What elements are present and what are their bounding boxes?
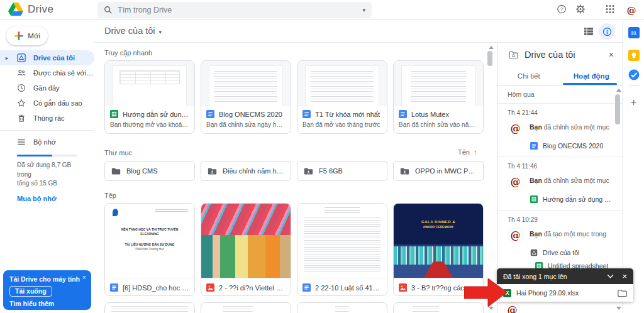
folder-item[interactable]: OPPO in MWC Photo	[393, 161, 484, 181]
activity-folder-link[interactable]: Drive của tôi	[530, 249, 613, 256]
uploaded-file-row[interactable]: X Hai Phong 29.09.xlsx	[497, 284, 633, 302]
activity-entry: Th 4 21:44 @ Bạn đã chỉnh sửa một mục Bl…	[497, 104, 623, 157]
breadcrumb-caret-icon: ▾	[159, 29, 162, 35]
locate-folder-icon[interactable]	[618, 289, 627, 297]
quick-access-card[interactable]: T1 Từ khóa mới nhất Bạn đã mở vào tháng …	[297, 60, 387, 134]
sidebar-item-recent[interactable]: Gần đây	[0, 80, 94, 96]
settings-gear-icon[interactable]	[576, 4, 586, 16]
file-name: Lotus Mutex	[411, 111, 449, 118]
quick-access-card[interactable]: Blog ONECMS 2020 Bạn đã chỉnh sửa ngày h…	[201, 60, 291, 134]
sidebar-item-label: Thùng rác	[33, 114, 65, 122]
file-item[interactable]	[297, 302, 387, 313]
shared-folder-icon	[304, 167, 313, 175]
details-info-icon[interactable]	[599, 23, 615, 40]
svg-text:?: ?	[560, 6, 564, 12]
apps-grid-icon[interactable]	[606, 5, 614, 16]
drive-icon	[17, 53, 26, 62]
panel-title: Drive của tôi	[525, 50, 602, 60]
panel-close-icon[interactable]: ×	[609, 50, 614, 60]
calendar-icon[interactable]: 31	[628, 27, 640, 38]
keep-icon[interactable]	[628, 50, 640, 63]
main-scrollbar-thumb[interactable]	[487, 51, 492, 66]
account-avatar[interactable]: @	[624, 3, 639, 18]
toast-close-icon[interactable]: ×	[622, 272, 627, 281]
promo-download-button[interactable]: Tải xuống	[9, 286, 52, 297]
folder-item[interactable]: F5 6GB	[297, 161, 387, 181]
storage-usage-text: Đã sử dụng 8,7 GB trong tổng số 15 GB	[17, 161, 86, 189]
file-item[interactable]: NỀN TẢNG HỌC VÀ THI TRỰC TUYẾN ELEARNING…	[104, 203, 195, 296]
file-subtitle: Bạn đã chỉnh sửa vào năm ngoái	[399, 121, 478, 128]
panel-scrollbar-thumb[interactable]	[615, 94, 620, 124]
list-view-icon[interactable]	[584, 26, 594, 38]
sidebar-divider	[0, 130, 94, 131]
activity-time: Th 4 11:46	[508, 163, 613, 170]
folder-name: Blog CMS	[126, 167, 158, 175]
annotation-arrow-icon	[464, 277, 508, 309]
activity-section-header: Hôm qua	[497, 85, 623, 104]
sort-by-name[interactable]: Tên ↑	[458, 148, 477, 156]
sort-up-icon: ↑	[474, 148, 477, 156]
drive-desktop-promo: Tải Drive cho máy tính × Tải xuống Tìm h…	[3, 270, 91, 310]
folder-item[interactable]: Blog CMS	[104, 161, 195, 181]
file-item[interactable]: 2 - ??i di?n Viettel nh?n gi?i ...	[201, 203, 291, 296]
tab-details[interactable]: Chi tiết	[497, 67, 560, 85]
image-file-icon	[206, 283, 214, 292]
main-scroll-up-icon[interactable]	[489, 46, 494, 49]
new-button-label: Mới	[28, 32, 40, 40]
sidebar-item-label: Được chia sẻ với tôi	[33, 69, 94, 77]
upload-toast: Đã tải xong 1 mục lên × X Hai Phong 29.0…	[497, 268, 633, 302]
file-subtitle: Bạn đã mở vào tháng trước	[303, 121, 382, 128]
topbar: Drive ▾ ?	[0, 0, 644, 20]
sidebar: Mới ▸ Drive của tôi Được chia sẻ với tôi	[0, 20, 94, 313]
activity-entry: Th 4 11:46 @ Bạn đã chỉnh sửa một mục Hư…	[497, 157, 623, 211]
sidebar-item-label: Gần đây	[33, 84, 60, 92]
docs-icon	[303, 110, 311, 118]
activity-time: Th 4 21:44	[508, 109, 613, 116]
quick-access-card[interactable]: Lotus Mutex Bạn đã chỉnh sửa vào năm ngo…	[393, 60, 484, 134]
sidebar-item-storage[interactable]: Bộ nhớ	[0, 135, 94, 150]
activity-file-link[interactable]: Hướng dẫn sử dụng Google T...	[530, 195, 613, 203]
quick-access-card[interactable]: Hướng dẫn sử dụng Google Tr... Bạn thườn…	[104, 60, 195, 134]
help-icon[interactable]: ?	[557, 4, 567, 16]
sheets-icon	[530, 195, 538, 203]
toast-collapse-icon[interactable]	[607, 274, 614, 278]
sidebar-item-my-drive[interactable]: ▸ Drive của tôi	[0, 50, 94, 65]
sidebar-item-starred[interactable]: Có gắn dấu sao	[0, 96, 94, 111]
tasks-icon[interactable]	[628, 69, 640, 82]
docs-icon	[110, 283, 118, 292]
expand-arrow-icon[interactable]: ▸	[6, 55, 8, 61]
tab-activity[interactable]: Hoạt động	[560, 67, 623, 85]
promo-close-icon[interactable]: ×	[82, 273, 86, 281]
buy-storage-link[interactable]: Mua bộ nhớ	[17, 195, 94, 202]
drive-icon	[530, 249, 538, 256]
drive-logo[interactable]: Drive	[8, 3, 53, 16]
search-bar[interactable]: ▾	[97, 2, 372, 18]
file-thumbnail	[201, 204, 291, 278]
add-addon-icon[interactable]: +	[631, 97, 636, 108]
app-name: Drive	[28, 3, 53, 16]
file-item[interactable]: 2 22-10 Luật số 41--2009-Q...	[297, 203, 387, 296]
avatar-at-glyph: @	[624, 3, 639, 18]
file-name: 2 22-10 Luật số 41--2009-Q...	[315, 284, 382, 292]
search-input[interactable]	[118, 6, 357, 14]
file-subtitle: Bạn thường mở vào khoảng thời gian ...	[110, 121, 189, 128]
search-options-caret-icon[interactable]: ▾	[362, 7, 365, 13]
panel-scroll-down-icon[interactable]	[616, 307, 621, 310]
activity-file-link[interactable]: Blog ONECMS 2020	[530, 142, 613, 150]
breadcrumb[interactable]: Drive của tôi▾	[104, 26, 162, 36]
file-item[interactable]	[104, 302, 195, 313]
file-thumbnail	[201, 61, 291, 106]
activity-text: Bạn đã chỉnh sửa một mục	[530, 121, 609, 131]
sidebar-item-label: Có gắn dấu sao	[33, 99, 82, 107]
new-button[interactable]: Mới	[6, 26, 48, 45]
promo-learn-more-link[interactable]: Tìm hiểu thêm	[9, 300, 85, 307]
file-name: Hướng dẫn sử dụng Google Tr...	[123, 111, 189, 118]
file-item[interactable]	[201, 302, 291, 313]
file-browser: Truy cập nhanh Hướng dẫn sử dụng Google …	[94, 43, 487, 313]
folder-item[interactable]: Điều chỉnh năm học 2019 2...	[201, 161, 291, 181]
panel-scroll-up-icon[interactable]	[616, 89, 621, 92]
sidebar-item-shared-with-me[interactable]: Được chia sẻ với tôi	[0, 65, 94, 80]
sheets-icon	[110, 110, 118, 118]
upload-toast-title: Đã tải xong 1 mục lên	[503, 273, 599, 280]
sidebar-item-trash[interactable]: Thùng rác	[0, 111, 94, 126]
